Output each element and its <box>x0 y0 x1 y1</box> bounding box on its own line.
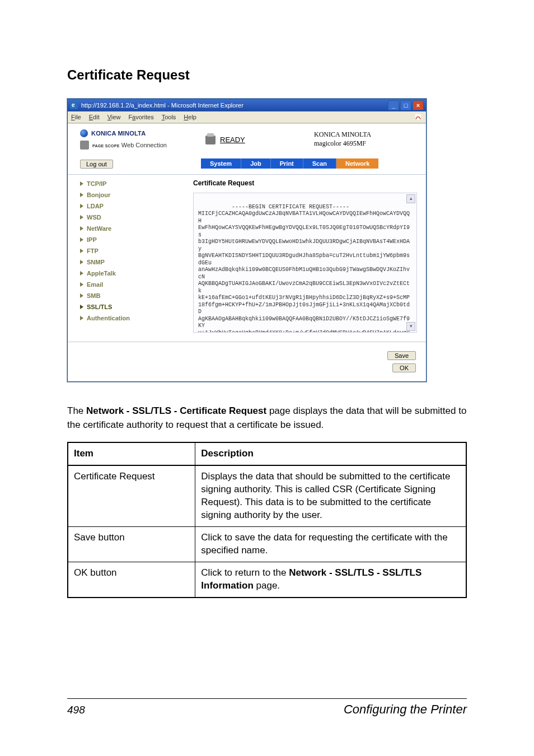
certificate-text: -----BEGIN CERTIFICATE REQUEST----- MIIC… <box>198 204 410 333</box>
triangle-icon <box>80 193 83 197</box>
sidebar-item-label: SNMP <box>87 259 105 265</box>
description-paragraph: The Network - SSL/TLS - Certificate Requ… <box>67 404 467 432</box>
window-titlebar: http://192.168.1.2/a_index.html - Micros… <box>68 99 426 111</box>
triangle-icon <box>80 293 83 298</box>
sidebar-item-ftp[interactable]: FTP <box>68 245 189 256</box>
sidebar-item-appletalk[interactable]: AppleTalk <box>68 268 189 279</box>
triangle-icon <box>80 181 83 186</box>
brand-logo: KONICA MINOLTA <box>80 129 201 137</box>
sidebar-item-label: NetWare <box>87 225 111 232</box>
page-heading: Certificate Request <box>67 67 467 83</box>
description-table: Item Description Certificate Request Dis… <box>67 442 467 598</box>
page-footer: 498 Configuring the Printer <box>67 698 467 717</box>
tab-print[interactable]: Print <box>271 158 303 169</box>
scroll-up-button[interactable]: ▴ <box>406 194 415 203</box>
sidebar-item-ssltls[interactable]: SSL/TLS <box>68 301 189 312</box>
footer-title: Configuring the Printer <box>344 702 467 717</box>
top-tabs: System Job Print Scan Network <box>201 158 378 169</box>
table-row: Certificate Request Displays the data th… <box>68 465 466 526</box>
table-row: Save button Click to save the data for r… <box>68 526 466 562</box>
tab-system[interactable]: System <box>201 158 241 169</box>
triangle-icon <box>80 305 83 309</box>
triangle-icon <box>80 271 83 276</box>
sidebar-item-label: IPP <box>87 236 97 243</box>
triangle-icon <box>80 249 83 253</box>
browser-menubar: File Edit View Favorites Tools Help <box>68 111 426 123</box>
sidebar-item-email[interactable]: Email <box>68 279 189 290</box>
cell-desc: Click to save the data for requesting th… <box>195 526 466 562</box>
logout-button[interactable]: Log out <box>80 160 113 169</box>
scroll-down-button[interactable]: ▾ <box>406 322 415 331</box>
sidebar-item-label: WSD <box>87 214 101 221</box>
sidebar-item-label: FTP <box>87 248 99 254</box>
ok-button[interactable]: OK <box>392 363 416 372</box>
sidebar-item-ldap[interactable]: LDAP <box>68 200 189 212</box>
menu-tools[interactable]: Tools <box>162 114 176 120</box>
sidebar-item-label: SMB <box>87 292 100 299</box>
sidebar: TCP/IP Bonjour LDAP WSD NetWare IPP FTP … <box>68 175 189 342</box>
sidebar-item-label: Email <box>87 281 103 288</box>
sidebar-item-tcpip[interactable]: TCP/IP <box>68 178 189 189</box>
text: The <box>67 405 86 416</box>
pagescope-label: PAGE SCOPE Web Connection <box>92 142 167 148</box>
tab-network[interactable]: Network <box>336 158 378 169</box>
cell-desc: Displays the data that should be submitt… <box>195 465 466 526</box>
triangle-icon <box>80 204 83 208</box>
browser-window: http://192.168.1.2/a_index.html - Micros… <box>67 99 427 382</box>
window-title: http://192.168.1.2/a_index.html - Micros… <box>81 102 243 109</box>
menu-help[interactable]: Help <box>184 114 196 120</box>
sidebar-item-authentication[interactable]: Authentication <box>68 312 189 324</box>
sidebar-item-netware[interactable]: NetWare <box>68 223 189 234</box>
triangle-icon <box>80 260 83 264</box>
cell-item: OK button <box>68 562 195 597</box>
sidebar-item-label: Bonjour <box>87 192 110 198</box>
sidebar-item-label: TCP/IP <box>87 180 106 187</box>
sidebar-item-smb[interactable]: SMB <box>68 290 189 301</box>
cell-desc: Click to return to the Network - SSL/TLS… <box>195 562 466 597</box>
menu-file[interactable]: File <box>71 114 81 120</box>
sidebar-item-label: AppleTalk <box>87 270 116 277</box>
pagescope-icon <box>80 141 89 150</box>
sidebar-item-label: SSL/TLS <box>87 304 112 310</box>
cell-item: Certificate Request <box>68 465 195 526</box>
cell-item: Save button <box>68 526 195 562</box>
panel-title: Certificate Request <box>193 179 417 187</box>
window-close-button[interactable]: × <box>413 100 424 110</box>
text: page. <box>254 580 280 591</box>
window-minimize-button[interactable]: _ <box>388 100 399 110</box>
sidebar-item-label: Authentication <box>87 315 130 321</box>
window-maximize-button[interactable]: □ <box>400 100 411 110</box>
triangle-icon <box>80 316 83 320</box>
printer-status: READY <box>220 136 245 144</box>
printer-icon <box>205 136 216 144</box>
tab-job[interactable]: Job <box>241 158 271 169</box>
text-bold: Network - SSL/TLS - Certificate Request <box>86 405 266 416</box>
sidebar-item-wsd[interactable]: WSD <box>68 212 189 223</box>
menu-edit[interactable]: Edit <box>89 114 100 120</box>
tab-scan[interactable]: Scan <box>303 158 336 169</box>
triangle-icon <box>80 237 83 242</box>
globe-icon <box>80 129 88 137</box>
brand-name: KONICA MINOLTA <box>91 130 146 137</box>
triangle-icon <box>80 215 83 220</box>
ie-icon <box>70 101 78 109</box>
triangle-icon <box>80 282 83 287</box>
certificate-request-textarea[interactable]: -----BEGIN CERTIFICATE REQUEST----- MIIC… <box>193 193 417 333</box>
device-brand: KONICA MINOLTA <box>314 130 426 139</box>
triangle-icon <box>80 226 83 231</box>
table-row: OK button Click to return to the Network… <box>68 562 466 597</box>
page-number: 498 <box>67 704 85 716</box>
sidebar-item-snmp[interactable]: SNMP <box>68 256 189 268</box>
save-button[interactable]: Save <box>387 351 416 360</box>
text: Click to return to the <box>201 567 289 578</box>
sidebar-item-ipp[interactable]: IPP <box>68 234 189 245</box>
menu-favorites[interactable]: Favorites <box>128 114 153 120</box>
th-description: Description <box>195 442 466 465</box>
menu-view[interactable]: View <box>107 114 121 120</box>
sidebar-item-bonjour[interactable]: Bonjour <box>68 189 189 200</box>
device-model: magicolor 4695MF <box>314 139 426 148</box>
sidebar-item-label: LDAP <box>87 203 104 209</box>
th-item: Item <box>68 442 195 465</box>
throbber-icon <box>414 113 423 122</box>
